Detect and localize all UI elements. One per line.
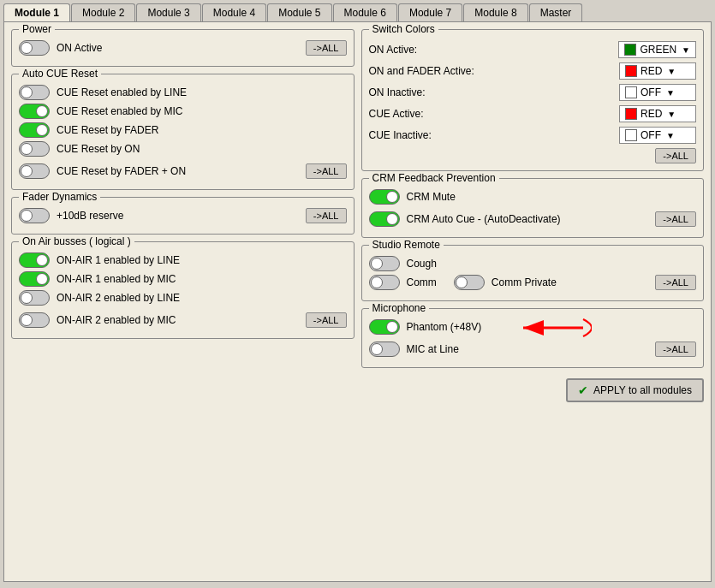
tab-module6[interactable]: Module 6 <box>333 3 397 21</box>
main-content: Power ON Active ->ALL Auto CUE Reset <box>3 21 712 582</box>
power-toggle[interactable] <box>19 40 50 56</box>
power-toggle-container: ON Active <box>19 40 102 56</box>
onair2-mic-toggle[interactable] <box>19 312 50 328</box>
switch-on-fader-select[interactable]: RED ▼ <box>619 62 696 80</box>
crm-mute-toggle[interactable] <box>369 189 400 205</box>
onair1-line-toggle[interactable] <box>19 252 50 268</box>
fader-dynamics-toggle[interactable] <box>19 208 50 223</box>
switch-cue-inactive-arrow: ▼ <box>666 131 675 140</box>
crm-autocue-label: CRM Auto Cue - (AutoDeactivate) <box>407 213 561 225</box>
onair2-line-toggle[interactable] <box>19 290 50 306</box>
studio-all-button[interactable]: ->ALL <box>655 275 696 290</box>
switch-cue-inactive-row: CUE Inactive: OFF ▼ <box>369 127 697 144</box>
tab-module5[interactable]: Module 5 <box>267 3 331 21</box>
apply-check-icon: ✔ <box>578 383 588 397</box>
phantom-toggle[interactable] <box>369 319 400 335</box>
switch-on-fader-row: ON and FADER Active: RED ▼ <box>369 62 697 80</box>
studio-cough-label: Cough <box>407 258 437 270</box>
studio-cough-row: Cough <box>369 256 697 271</box>
tab-module8[interactable]: Module 8 <box>463 3 527 21</box>
switch-on-inactive-dropdown[interactable]: OFF ▼ <box>619 84 696 101</box>
switch-cue-active-dropdown[interactable]: RED ▼ <box>619 105 696 122</box>
cue-mic-row: CUE Reset enabled by MIC <box>19 104 347 119</box>
switch-cue-inactive-dropdown[interactable]: OFF ▼ <box>619 127 696 144</box>
switch-on-active-color-box <box>624 44 636 56</box>
switch-cue-active-row: CUE Active: RED ▼ <box>369 105 697 122</box>
cue-fader-toggle[interactable] <box>19 122 50 138</box>
switch-cue-inactive-select[interactable]: OFF ▼ <box>619 127 696 144</box>
switch-on-inactive-color-box <box>625 86 637 98</box>
apply-label: APPLY to all modules <box>593 384 692 396</box>
power-on-active-label: ON Active <box>57 42 102 54</box>
tab-bar: Module 1 Module 2 Module 3 Module 4 Modu… <box>0 0 715 21</box>
switch-cue-active-value: RED <box>641 108 662 120</box>
on-air-group: On Air busses ( logical ) ON-AIR 1 enabl… <box>11 241 355 339</box>
power-all-button[interactable]: ->ALL <box>306 40 347 56</box>
tab-module2[interactable]: Module 2 <box>71 3 135 21</box>
onair2-mic-label: ON-AIR 2 enabled by MIC <box>57 314 176 326</box>
cue-mic-toggle[interactable] <box>19 104 50 119</box>
apply-row: ✔ APPLY to all modules <box>361 375 705 402</box>
studio-remote-group: Studio Remote Cough Comm Comm Private ->… <box>361 245 705 301</box>
studio-comm-toggle[interactable] <box>369 275 400 290</box>
onair1-line-label: ON-AIR 1 enabled by LINE <box>57 254 180 266</box>
cue-on-row: CUE Reset by ON <box>19 141 347 157</box>
cue-mic-label: CUE Reset enabled by MIC <box>57 105 182 117</box>
cue-all-button[interactable]: ->ALL <box>306 163 347 179</box>
on-air-all-button[interactable]: ->ALL <box>306 312 347 328</box>
switch-cue-active-label: CUE Active: <box>369 108 480 120</box>
tab-module3[interactable]: Module 3 <box>136 3 200 21</box>
tab-master[interactable]: Master <box>529 3 583 21</box>
onair1-line-row: ON-AIR 1 enabled by LINE <box>19 252 347 268</box>
crm-feedback-group: CRM Feedback Prevention CRM Mute CRM Aut… <box>361 178 705 238</box>
mic-at-line-row: MIC at Line ->ALL <box>369 338 697 360</box>
switch-on-fader-arrow: ▼ <box>667 67 676 76</box>
switch-cue-active-arrow: ▼ <box>667 110 676 119</box>
onair2-line-label: ON-AIR 2 enabled by LINE <box>57 292 180 304</box>
cue-faderon-toggle[interactable] <box>19 163 50 179</box>
switch-on-active-select[interactable]: GREEN ▼ <box>618 41 696 58</box>
onair1-mic-toggle[interactable] <box>19 271 50 287</box>
crm-autocue-toggle[interactable] <box>369 211 400 227</box>
tab-module7[interactable]: Module 7 <box>398 3 462 21</box>
onair2-mic-row: ON-AIR 2 enabled by MIC ->ALL <box>19 309 347 331</box>
tab-module1[interactable]: Module 1 <box>3 3 70 21</box>
switch-on-active-row: ON Active: GREEN ▼ <box>369 41 697 58</box>
tab-module4[interactable]: Module 4 <box>202 3 266 21</box>
fader-dynamics-group: Fader Dynamics +10dB reserve ->ALL <box>11 197 355 235</box>
crm-feedback-title: CRM Feedback Prevention <box>369 172 499 184</box>
microphone-all-button[interactable]: ->ALL <box>655 342 696 357</box>
cue-line-toggle[interactable] <box>19 85 50 100</box>
switch-on-fader-dropdown[interactable]: RED ▼ <box>619 62 696 80</box>
power-toggle-knob <box>21 42 33 54</box>
studio-comm-row: Comm Comm Private ->ALL <box>369 275 697 290</box>
cue-line-row: CUE Reset enabled by LINE <box>19 85 347 100</box>
microphone-group: Microphone Phantom (+48V) <box>361 308 705 368</box>
auto-cue-group: Auto CUE Reset CUE Reset enabled by LINE… <box>11 74 355 190</box>
switch-colors-all-button[interactable]: ->ALL <box>655 148 696 163</box>
fader-dynamics-title: Fader Dynamics <box>19 191 100 203</box>
studio-cough-toggle[interactable] <box>369 256 400 271</box>
switch-on-fader-label: ON and FADER Active: <box>369 65 480 77</box>
switch-on-inactive-label: ON Inactive: <box>369 86 480 98</box>
switch-on-inactive-value: OFF <box>641 86 661 98</box>
on-air-title: On Air busses ( logical ) <box>19 235 134 247</box>
cue-on-toggle[interactable] <box>19 141 50 157</box>
left-column: Power ON Active ->ALL Auto CUE Reset <box>11 29 355 574</box>
switch-on-active-dropdown[interactable]: GREEN ▼ <box>618 41 696 58</box>
apply-all-button[interactable]: ✔ APPLY to all modules <box>566 378 704 402</box>
studio-remote-title: Studio Remote <box>369 239 444 251</box>
cue-on-label: CUE Reset by ON <box>57 143 140 155</box>
fader-dynamics-all-button[interactable]: ->ALL <box>306 208 347 223</box>
mic-at-line-toggle[interactable] <box>369 342 400 357</box>
switch-cue-active-select[interactable]: RED ▼ <box>619 105 696 122</box>
cue-fader-label: CUE Reset by FADER <box>57 124 158 136</box>
switch-cue-inactive-color-box <box>625 129 637 141</box>
switch-cue-inactive-label: CUE Inactive: <box>369 129 480 141</box>
crm-all-button[interactable]: ->ALL <box>655 211 696 227</box>
switch-on-inactive-select[interactable]: OFF ▼ <box>619 84 696 101</box>
studio-comm-private-toggle[interactable] <box>454 275 485 290</box>
fader-dynamics-label: +10dB reserve <box>57 210 123 222</box>
right-column: Switch Colors ON Active: GREEN ▼ ON and … <box>361 29 705 574</box>
auto-cue-title: Auto CUE Reset <box>19 68 101 80</box>
